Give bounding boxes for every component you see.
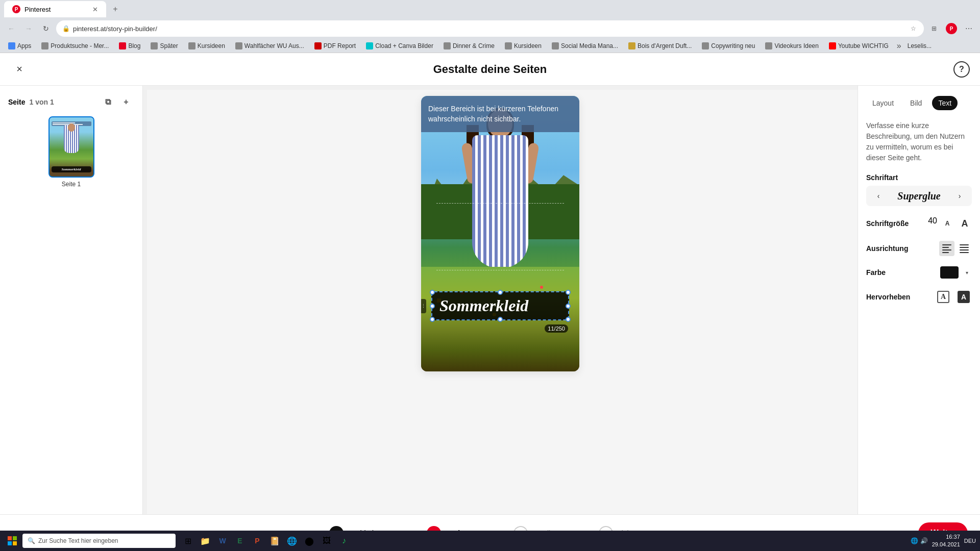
taskbar-app-photos[interactable]: 🖼 bbox=[318, 533, 335, 549]
bookmark-dinner[interactable]: Dinner & Crime bbox=[439, 41, 499, 51]
page-thumbnail-1[interactable]: Sommerkleid Seite 1 bbox=[8, 116, 134, 188]
align-left-icon bbox=[942, 244, 951, 253]
warning-text: Dieser Bereich ist bei kürzeren Telefone… bbox=[428, 105, 558, 123]
taskbar-app-excel[interactable]: E bbox=[232, 533, 248, 549]
text-element[interactable]: ⋮ bbox=[431, 291, 569, 320]
bookmark-youtube[interactable]: Youtube WICHTIG bbox=[825, 41, 893, 51]
taskbar-app-word[interactable]: W bbox=[214, 533, 231, 549]
text-content[interactable]: Sommerkleid bbox=[439, 296, 528, 315]
align-justify-line-1 bbox=[960, 244, 969, 245]
left-drag-handle[interactable]: ⋮ bbox=[421, 299, 426, 313]
story-card[interactable]: Dieser Bereich ist bei kürzeren Telefone… bbox=[421, 96, 579, 371]
active-tab[interactable]: Pinterest ✕ bbox=[4, 1, 106, 17]
taskbar-app-onenote[interactable]: 📔 bbox=[266, 533, 283, 549]
canvas-divider-bottom bbox=[436, 270, 564, 270]
resize-handle-bottom-right[interactable] bbox=[566, 317, 571, 322]
bookmark-videokurs[interactable]: Videokurs Ideen bbox=[761, 41, 823, 51]
canvas-divider-top bbox=[436, 203, 564, 204]
refresh-button[interactable]: ↻ bbox=[39, 21, 53, 36]
text-outline-icon: A bbox=[937, 291, 949, 303]
bookmark-icon bbox=[444, 42, 451, 49]
add-page-button[interactable]: + bbox=[118, 94, 134, 110]
tab-bar: Pinterest ✕ + bbox=[0, 0, 980, 18]
color-dropdown-button[interactable]: ▾ bbox=[962, 267, 972, 278]
tab-layout-label: Layout bbox=[872, 99, 894, 107]
search-icon: 🔍 bbox=[28, 537, 35, 544]
text-box[interactable]: Sommerkleid 11/250 bbox=[431, 291, 569, 320]
tab-title: Pinterest bbox=[24, 6, 51, 13]
taskbar-search[interactable]: 🔍 Zur Suche Text hier eingeben bbox=[22, 534, 176, 548]
story-background: Dieser Bereich ist bei kürzeren Telefone… bbox=[421, 96, 579, 371]
start-button[interactable] bbox=[4, 533, 20, 549]
highlight-filled-button[interactable]: A bbox=[955, 289, 972, 305]
taskbar-app-edge[interactable]: 🌐 bbox=[284, 533, 300, 549]
bookmark-kursideen[interactable]: Kursideen bbox=[184, 41, 229, 51]
taskbar-time: 16:37 bbox=[932, 533, 960, 541]
resize-handle-middle-right[interactable] bbox=[566, 304, 571, 309]
align-justify-line-2 bbox=[960, 247, 969, 248]
extensions-button[interactable]: ⊞ bbox=[927, 21, 941, 36]
tab-layout[interactable]: Layout bbox=[866, 96, 900, 110]
bookmark-pdf[interactable]: PDF Report bbox=[310, 41, 360, 51]
highlight-row: Hervorheben A A bbox=[866, 289, 972, 305]
bookmark-canva[interactable]: Cload + Canva Bilder bbox=[362, 41, 437, 51]
font-next-button[interactable]: › bbox=[953, 190, 966, 202]
help-button[interactable]: ? bbox=[953, 61, 970, 78]
settings-menu-button[interactable]: ⋯ bbox=[962, 21, 976, 36]
bookmark-spaeter[interactable]: Später bbox=[146, 41, 182, 51]
bookmark-produktsuche[interactable]: Produktsuche - Mer... bbox=[37, 41, 113, 51]
bookmark-label: Produktsuche - Mer... bbox=[51, 42, 109, 49]
taskbar-network-icon[interactable]: 🌐 bbox=[911, 537, 918, 544]
close-button[interactable]: × bbox=[10, 60, 29, 79]
decrease-font-size-button[interactable]: A bbox=[940, 216, 954, 231]
bookmark-leseliste[interactable]: Leselis... bbox=[903, 41, 936, 51]
forward-button[interactable]: → bbox=[21, 21, 36, 36]
highlight-outline-button[interactable]: A bbox=[935, 289, 951, 305]
bookmark-star-icon[interactable]: ☆ bbox=[909, 24, 918, 33]
bookmark-bois[interactable]: Bois d'Argent Duft... bbox=[624, 41, 696, 51]
bookmark-copywriting[interactable]: Copywriting neu bbox=[698, 41, 759, 51]
taskbar-system-icons: 🌐 🔊 bbox=[911, 537, 928, 544]
color-row: Farbe ▾ bbox=[866, 266, 972, 279]
color-picker-row: ▾ bbox=[940, 266, 972, 279]
right-panel: Layout Bild Text Verfasse eine kurze Bes… bbox=[857, 86, 980, 514]
highlight-section: Hervorheben A A bbox=[866, 289, 972, 305]
bookmark-kursideen2[interactable]: Kursideen bbox=[501, 41, 546, 51]
address-bar[interactable]: 🔒 pinterest.at/story-pin-builder/ ☆ bbox=[56, 20, 924, 37]
bookmark-social[interactable]: Social Media Mana... bbox=[548, 41, 622, 51]
tab-close-button[interactable]: ✕ bbox=[92, 6, 98, 13]
back-button[interactable]: ← bbox=[4, 21, 18, 36]
bookmark-apps[interactable]: Apps bbox=[4, 41, 35, 51]
color-swatch[interactable] bbox=[940, 266, 959, 279]
resize-handle-top-middle[interactable] bbox=[498, 290, 503, 295]
profile-button[interactable]: P bbox=[944, 21, 959, 36]
alignment-label: Ausrichtung bbox=[866, 244, 908, 253]
taskbar-app-powerpoint[interactable]: P bbox=[249, 533, 265, 549]
increase-font-size-button[interactable]: A bbox=[958, 216, 972, 231]
resize-handle-top-right[interactable] bbox=[566, 290, 571, 295]
resize-handle-bottom-left[interactable] bbox=[430, 317, 435, 322]
align-justify-button[interactable] bbox=[957, 241, 972, 256]
size-value: 40 bbox=[928, 216, 937, 231]
left-sidebar: Seite 1 von 1 ⧉ + bbox=[0, 86, 143, 514]
taskbar-app-taskview[interactable]: ⊞ bbox=[180, 533, 196, 549]
tab-text[interactable]: Text bbox=[932, 96, 958, 110]
taskbar-apps: ⊞ 📁 W E P 📔 🌐 ⬤ 🖼 ♪ bbox=[180, 533, 352, 549]
main-canvas: Dieser Bereich ist bei kürzeren Telefone… bbox=[143, 86, 857, 514]
resize-handle-middle-left[interactable] bbox=[430, 304, 435, 309]
taskbar-app-explorer[interactable]: 📁 bbox=[197, 533, 213, 549]
resize-handle-bottom-middle[interactable] bbox=[498, 317, 503, 322]
duplicate-page-button[interactable]: ⧉ bbox=[100, 94, 116, 110]
new-tab-button[interactable]: + bbox=[108, 2, 122, 16]
font-prev-button[interactable]: ‹ bbox=[872, 190, 885, 202]
taskbar-app-chrome[interactable]: ⬤ bbox=[301, 533, 317, 549]
bookmarks-more-button[interactable]: » bbox=[897, 41, 901, 51]
tab-bild[interactable]: Bild bbox=[904, 96, 928, 110]
taskbar-app-spotify[interactable]: ♪ bbox=[336, 533, 352, 549]
bookmark-blog[interactable]: Blog bbox=[115, 41, 144, 51]
align-left-button[interactable] bbox=[939, 241, 954, 256]
taskbar-volume-icon[interactable]: 🔊 bbox=[920, 537, 928, 544]
help-icon: ? bbox=[959, 65, 964, 74]
bookmark-wahlfaecherWU[interactable]: Wahlfächer WU Aus... bbox=[231, 41, 308, 51]
resize-handle-top-left[interactable] bbox=[430, 290, 435, 295]
